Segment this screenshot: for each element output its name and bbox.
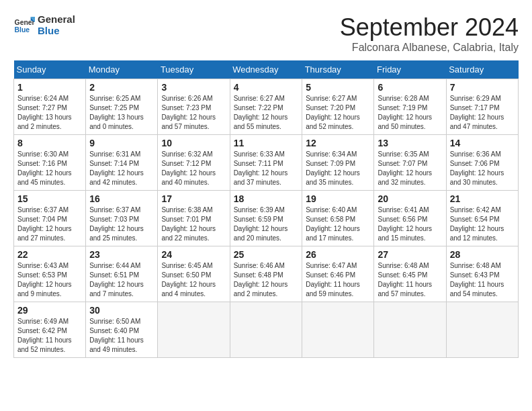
day-detail: Sunrise: 6:47 AMSunset: 6:46 PMDaylight:… bbox=[306, 262, 360, 298]
title-block: September 2024 Falconara Albanese, Calab… bbox=[340, 13, 519, 54]
calendar-cell bbox=[302, 302, 374, 358]
day-number: 23 bbox=[89, 249, 154, 260]
calendar-week-2: 8 Sunrise: 6:30 AMSunset: 7:16 PMDayligh… bbox=[14, 135, 519, 191]
day-detail: Sunrise: 6:33 AMSunset: 7:11 PMDaylight:… bbox=[234, 150, 288, 186]
col-friday: Friday bbox=[374, 60, 446, 79]
calendar-cell: 3 Sunrise: 6:26 AMSunset: 7:23 PMDayligh… bbox=[158, 79, 230, 135]
day-number: 7 bbox=[450, 82, 515, 93]
calendar-cell: 12 Sunrise: 6:34 AMSunset: 7:09 PMDaylig… bbox=[302, 135, 374, 191]
day-detail: Sunrise: 6:37 AMSunset: 7:03 PMDaylight:… bbox=[89, 206, 144, 242]
day-detail: Sunrise: 6:48 AMSunset: 6:45 PMDaylight:… bbox=[378, 262, 432, 298]
logo-blue: Blue bbox=[38, 25, 75, 36]
calendar-cell: 24 Sunrise: 6:45 AMSunset: 6:50 PMDaylig… bbox=[158, 246, 230, 302]
calendar-cell: 6 Sunrise: 6:28 AMSunset: 7:19 PMDayligh… bbox=[374, 79, 446, 135]
location: Falconara Albanese, Calabria, Italy bbox=[340, 42, 519, 54]
calendar-cell bbox=[446, 302, 518, 358]
logo-icon: General Blue bbox=[13, 14, 35, 36]
day-detail: Sunrise: 6:44 AMSunset: 6:51 PMDaylight:… bbox=[89, 262, 144, 298]
col-thursday: Thursday bbox=[302, 60, 374, 79]
day-number: 6 bbox=[378, 82, 442, 93]
calendar-cell: 2 Sunrise: 6:25 AMSunset: 7:25 PMDayligh… bbox=[86, 79, 158, 135]
day-detail: Sunrise: 6:26 AMSunset: 7:23 PMDaylight:… bbox=[161, 95, 216, 130]
calendar-cell: 28 Sunrise: 6:48 AMSunset: 6:43 PMDaylig… bbox=[446, 246, 518, 302]
day-detail: Sunrise: 6:34 AMSunset: 7:09 PMDaylight:… bbox=[306, 150, 360, 186]
day-detail: Sunrise: 6:29 AMSunset: 7:17 PMDaylight:… bbox=[450, 95, 504, 130]
day-number: 28 bbox=[450, 249, 515, 260]
calendar-cell: 14 Sunrise: 6:36 AMSunset: 7:06 PMDaylig… bbox=[446, 135, 518, 191]
calendar-cell: 21 Sunrise: 6:42 AMSunset: 6:54 PMDaylig… bbox=[446, 191, 518, 246]
day-detail: Sunrise: 6:40 AMSunset: 6:58 PMDaylight:… bbox=[306, 206, 360, 242]
calendar-cell: 30 Sunrise: 6:50 AMSunset: 6:40 PMDaylig… bbox=[86, 302, 158, 358]
day-detail: Sunrise: 6:27 AMSunset: 7:20 PMDaylight:… bbox=[306, 95, 360, 130]
col-wednesday: Wednesday bbox=[230, 60, 302, 79]
day-number: 12 bbox=[306, 138, 370, 148]
calendar-cell: 20 Sunrise: 6:41 AMSunset: 6:56 PMDaylig… bbox=[374, 191, 446, 246]
day-detail: Sunrise: 6:24 AMSunset: 7:27 PMDaylight:… bbox=[17, 95, 72, 130]
day-detail: Sunrise: 6:39 AMSunset: 6:59 PMDaylight:… bbox=[234, 206, 288, 242]
calendar-cell: 23 Sunrise: 6:44 AMSunset: 6:51 PMDaylig… bbox=[86, 246, 158, 302]
day-detail: Sunrise: 6:43 AMSunset: 6:53 PMDaylight:… bbox=[17, 262, 72, 298]
calendar-cell: 27 Sunrise: 6:48 AMSunset: 6:45 PMDaylig… bbox=[374, 246, 446, 302]
day-number: 11 bbox=[234, 138, 299, 148]
calendar-cell: 15 Sunrise: 6:37 AMSunset: 7:04 PMDaylig… bbox=[14, 191, 86, 246]
calendar-cell: 18 Sunrise: 6:39 AMSunset: 6:59 PMDaylig… bbox=[230, 191, 302, 246]
calendar-cell: 7 Sunrise: 6:29 AMSunset: 7:17 PMDayligh… bbox=[446, 79, 518, 135]
col-tuesday: Tuesday bbox=[158, 60, 230, 79]
day-detail: Sunrise: 6:28 AMSunset: 7:19 PMDaylight:… bbox=[378, 95, 432, 130]
day-number: 18 bbox=[234, 193, 299, 204]
day-number: 21 bbox=[450, 193, 515, 204]
day-detail: Sunrise: 6:35 AMSunset: 7:07 PMDaylight:… bbox=[378, 150, 432, 186]
header-row: Sunday Monday Tuesday Wednesday Thursday… bbox=[14, 60, 519, 79]
calendar-cell: 5 Sunrise: 6:27 AMSunset: 7:20 PMDayligh… bbox=[302, 79, 374, 135]
day-detail: Sunrise: 6:49 AMSunset: 6:42 PMDaylight:… bbox=[17, 318, 72, 353]
calendar-cell: 1 Sunrise: 6:24 AMSunset: 7:27 PMDayligh… bbox=[14, 79, 86, 135]
logo: General Blue General Blue bbox=[13, 13, 75, 36]
day-number: 24 bbox=[161, 249, 226, 260]
day-number: 8 bbox=[17, 138, 82, 148]
day-number: 14 bbox=[450, 138, 515, 148]
day-number: 19 bbox=[306, 193, 370, 204]
calendar-cell: 16 Sunrise: 6:37 AMSunset: 7:03 PMDaylig… bbox=[86, 191, 158, 246]
day-detail: Sunrise: 6:42 AMSunset: 6:54 PMDaylight:… bbox=[450, 206, 504, 242]
calendar-cell: 13 Sunrise: 6:35 AMSunset: 7:07 PMDaylig… bbox=[374, 135, 446, 191]
day-number: 26 bbox=[306, 249, 370, 260]
day-number: 15 bbox=[17, 193, 82, 204]
day-detail: Sunrise: 6:30 AMSunset: 7:16 PMDaylight:… bbox=[17, 150, 72, 186]
calendar-week-3: 15 Sunrise: 6:37 AMSunset: 7:04 PMDaylig… bbox=[14, 191, 519, 246]
calendar-week-5: 29 Sunrise: 6:49 AMSunset: 6:42 PMDaylig… bbox=[14, 302, 519, 358]
calendar-cell: 25 Sunrise: 6:46 AMSunset: 6:48 PMDaylig… bbox=[230, 246, 302, 302]
calendar-cell: 17 Sunrise: 6:38 AMSunset: 7:01 PMDaylig… bbox=[158, 191, 230, 246]
calendar-week-1: 1 Sunrise: 6:24 AMSunset: 7:27 PMDayligh… bbox=[14, 79, 519, 135]
day-detail: Sunrise: 6:31 AMSunset: 7:14 PMDaylight:… bbox=[89, 150, 144, 186]
day-detail: Sunrise: 6:37 AMSunset: 7:04 PMDaylight:… bbox=[17, 206, 72, 242]
day-detail: Sunrise: 6:25 AMSunset: 7:25 PMDaylight:… bbox=[89, 95, 144, 130]
day-detail: Sunrise: 6:38 AMSunset: 7:01 PMDaylight:… bbox=[161, 206, 216, 242]
col-saturday: Saturday bbox=[446, 60, 518, 79]
calendar-cell: 4 Sunrise: 6:27 AMSunset: 7:22 PMDayligh… bbox=[230, 79, 302, 135]
day-detail: Sunrise: 6:27 AMSunset: 7:22 PMDaylight:… bbox=[234, 95, 288, 130]
day-number: 13 bbox=[378, 138, 442, 148]
calendar-cell: 10 Sunrise: 6:32 AMSunset: 7:12 PMDaylig… bbox=[158, 135, 230, 191]
col-monday: Monday bbox=[86, 60, 158, 79]
day-number: 30 bbox=[89, 305, 154, 316]
day-number: 29 bbox=[17, 305, 82, 316]
svg-text:Blue: Blue bbox=[15, 26, 30, 34]
calendar-cell: 8 Sunrise: 6:30 AMSunset: 7:16 PMDayligh… bbox=[14, 135, 86, 191]
day-number: 5 bbox=[306, 82, 370, 93]
day-number: 4 bbox=[234, 82, 299, 93]
day-number: 20 bbox=[378, 193, 442, 204]
calendar-cell: 11 Sunrise: 6:33 AMSunset: 7:11 PMDaylig… bbox=[230, 135, 302, 191]
logo-general: General bbox=[38, 13, 75, 25]
day-number: 17 bbox=[161, 193, 226, 204]
day-number: 10 bbox=[161, 138, 226, 148]
day-detail: Sunrise: 6:32 AMSunset: 7:12 PMDaylight:… bbox=[161, 150, 216, 186]
day-detail: Sunrise: 6:46 AMSunset: 6:48 PMDaylight:… bbox=[234, 262, 288, 298]
month-title: September 2024 bbox=[340, 13, 519, 42]
day-number: 9 bbox=[89, 138, 154, 148]
calendar-cell: 22 Sunrise: 6:43 AMSunset: 6:53 PMDaylig… bbox=[14, 246, 86, 302]
day-number: 27 bbox=[378, 249, 442, 260]
day-number: 3 bbox=[161, 82, 226, 93]
calendar-cell: 26 Sunrise: 6:47 AMSunset: 6:46 PMDaylig… bbox=[302, 246, 374, 302]
day-number: 2 bbox=[89, 82, 154, 93]
day-detail: Sunrise: 6:36 AMSunset: 7:06 PMDaylight:… bbox=[450, 150, 504, 186]
